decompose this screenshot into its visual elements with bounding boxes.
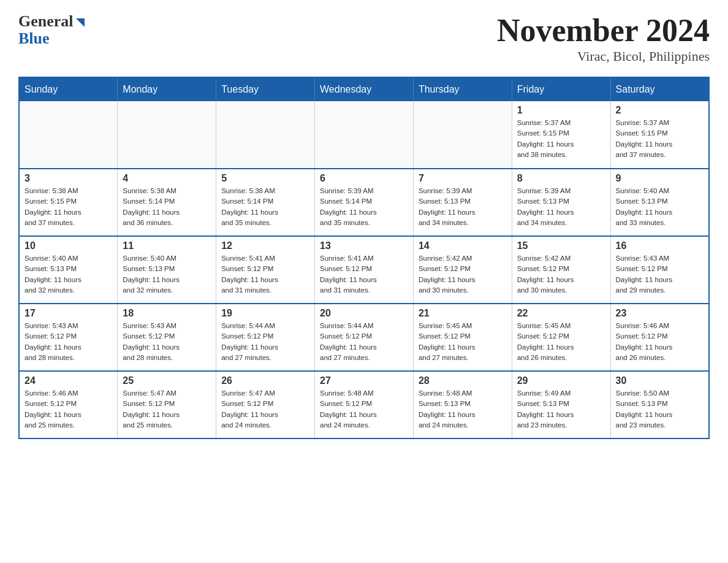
day-number: 9	[616, 173, 703, 184]
day-info: Sunrise: 5:42 AM Sunset: 5:12 PM Dayligh…	[517, 253, 605, 296]
day-number: 24	[25, 375, 112, 386]
day-number: 4	[123, 173, 211, 184]
month-title: November 2024	[497, 12, 710, 48]
day-number: 12	[221, 240, 309, 251]
day-info: Sunrise: 5:44 AM Sunset: 5:12 PM Dayligh…	[221, 321, 309, 363]
day-number: 2	[616, 105, 703, 116]
weekday-header-sunday: Sunday	[19, 77, 118, 101]
weekday-header-tuesday: Tuesday	[216, 77, 315, 101]
calendar-cell: 9Sunrise: 5:40 AM Sunset: 5:13 PM Daylig…	[610, 169, 709, 236]
day-number: 3	[25, 173, 112, 184]
calendar-header-row: SundayMondayTuesdayWednesdayThursdayFrid…	[19, 77, 709, 101]
calendar-cell	[118, 101, 216, 169]
calendar-cell: 2Sunrise: 5:37 AM Sunset: 5:15 PM Daylig…	[610, 101, 709, 169]
calendar-cell: 1Sunrise: 5:37 AM Sunset: 5:15 PM Daylig…	[512, 101, 610, 169]
calendar-cell: 12Sunrise: 5:41 AM Sunset: 5:12 PM Dayli…	[216, 236, 315, 304]
calendar-cell: 15Sunrise: 5:42 AM Sunset: 5:12 PM Dayli…	[512, 236, 610, 304]
week-row-2: 3Sunrise: 5:38 AM Sunset: 5:15 PM Daylig…	[19, 169, 709, 236]
week-row-5: 24Sunrise: 5:46 AM Sunset: 5:12 PM Dayli…	[19, 371, 709, 439]
day-info: Sunrise: 5:39 AM Sunset: 5:14 PM Dayligh…	[320, 186, 408, 228]
calendar-cell: 18Sunrise: 5:43 AM Sunset: 5:12 PM Dayli…	[118, 304, 216, 371]
day-info: Sunrise: 5:47 AM Sunset: 5:12 PM Dayligh…	[123, 388, 211, 431]
day-number: 26	[221, 375, 309, 386]
day-info: Sunrise: 5:37 AM Sunset: 5:15 PM Dayligh…	[517, 118, 605, 160]
day-number: 27	[320, 375, 408, 386]
calendar-table: SundayMondayTuesdayWednesdayThursdayFrid…	[18, 77, 710, 439]
day-number: 10	[25, 240, 112, 251]
day-number: 1	[517, 105, 605, 116]
day-info: Sunrise: 5:43 AM Sunset: 5:12 PM Dayligh…	[25, 321, 112, 363]
day-info: Sunrise: 5:40 AM Sunset: 5:13 PM Dayligh…	[616, 186, 703, 228]
day-info: Sunrise: 5:45 AM Sunset: 5:12 PM Dayligh…	[517, 321, 605, 363]
day-number: 17	[25, 308, 112, 319]
day-info: Sunrise: 5:39 AM Sunset: 5:13 PM Dayligh…	[419, 186, 507, 228]
day-number: 6	[320, 173, 408, 184]
day-number: 23	[616, 308, 703, 319]
weekday-header-wednesday: Wednesday	[315, 77, 414, 101]
calendar-cell: 23Sunrise: 5:46 AM Sunset: 5:12 PM Dayli…	[610, 304, 709, 371]
day-info: Sunrise: 5:45 AM Sunset: 5:12 PM Dayligh…	[419, 321, 507, 363]
day-number: 13	[320, 240, 408, 251]
calendar-cell: 26Sunrise: 5:47 AM Sunset: 5:12 PM Dayli…	[216, 371, 315, 439]
day-number: 18	[123, 308, 211, 319]
day-number: 25	[123, 375, 211, 386]
calendar-cell: 7Sunrise: 5:39 AM Sunset: 5:13 PM Daylig…	[413, 169, 512, 236]
day-info: Sunrise: 5:43 AM Sunset: 5:12 PM Dayligh…	[616, 253, 703, 296]
calendar-cell: 10Sunrise: 5:40 AM Sunset: 5:13 PM Dayli…	[19, 236, 118, 304]
calendar-cell: 25Sunrise: 5:47 AM Sunset: 5:12 PM Dayli…	[118, 371, 216, 439]
day-number: 20	[320, 308, 408, 319]
calendar-cell: 20Sunrise: 5:44 AM Sunset: 5:12 PM Dayli…	[315, 304, 414, 371]
day-info: Sunrise: 5:37 AM Sunset: 5:15 PM Dayligh…	[616, 118, 703, 160]
day-number: 15	[517, 240, 605, 251]
calendar-cell: 14Sunrise: 5:42 AM Sunset: 5:12 PM Dayli…	[413, 236, 512, 304]
calendar-cell: 24Sunrise: 5:46 AM Sunset: 5:12 PM Dayli…	[19, 371, 118, 439]
location-title: Virac, Bicol, Philippines	[497, 48, 710, 64]
logo-general-text: General	[18, 12, 74, 31]
calendar-cell: 8Sunrise: 5:39 AM Sunset: 5:13 PM Daylig…	[512, 169, 610, 236]
day-info: Sunrise: 5:38 AM Sunset: 5:15 PM Dayligh…	[25, 186, 112, 228]
calendar-cell: 13Sunrise: 5:41 AM Sunset: 5:12 PM Dayli…	[315, 236, 414, 304]
day-info: Sunrise: 5:43 AM Sunset: 5:12 PM Dayligh…	[123, 321, 211, 363]
day-info: Sunrise: 5:46 AM Sunset: 5:12 PM Dayligh…	[25, 388, 112, 431]
day-info: Sunrise: 5:44 AM Sunset: 5:12 PM Dayligh…	[320, 321, 408, 363]
day-number: 19	[221, 308, 309, 319]
day-info: Sunrise: 5:38 AM Sunset: 5:14 PM Dayligh…	[221, 186, 309, 228]
day-number: 29	[517, 375, 605, 386]
title-section: November 2024 Virac, Bicol, Philippines	[497, 12, 710, 64]
weekday-header-thursday: Thursday	[413, 77, 512, 101]
day-number: 14	[419, 240, 507, 251]
day-info: Sunrise: 5:48 AM Sunset: 5:12 PM Dayligh…	[320, 388, 408, 431]
weekday-header-monday: Monday	[118, 77, 216, 101]
calendar-cell: 16Sunrise: 5:43 AM Sunset: 5:12 PM Dayli…	[610, 236, 709, 304]
day-number: 5	[221, 173, 309, 184]
day-number: 22	[517, 308, 605, 319]
week-row-4: 17Sunrise: 5:43 AM Sunset: 5:12 PM Dayli…	[19, 304, 709, 371]
day-number: 28	[419, 375, 507, 386]
calendar-cell: 22Sunrise: 5:45 AM Sunset: 5:12 PM Dayli…	[512, 304, 610, 371]
calendar-cell: 21Sunrise: 5:45 AM Sunset: 5:12 PM Dayli…	[413, 304, 512, 371]
day-number: 11	[123, 240, 211, 251]
day-info: Sunrise: 5:47 AM Sunset: 5:12 PM Dayligh…	[221, 388, 309, 431]
calendar-cell: 29Sunrise: 5:49 AM Sunset: 5:13 PM Dayli…	[512, 371, 610, 439]
logo-arrow-icon	[76, 18, 85, 27]
day-number: 16	[616, 240, 703, 251]
day-number: 7	[419, 173, 507, 184]
calendar-cell: 27Sunrise: 5:48 AM Sunset: 5:12 PM Dayli…	[315, 371, 414, 439]
calendar-cell	[315, 101, 414, 169]
logo: General Blue	[18, 12, 85, 48]
day-info: Sunrise: 5:40 AM Sunset: 5:13 PM Dayligh…	[25, 253, 112, 296]
calendar-cell	[413, 101, 512, 169]
weekday-header-friday: Friday	[512, 77, 610, 101]
day-info: Sunrise: 5:39 AM Sunset: 5:13 PM Dayligh…	[517, 186, 605, 228]
calendar-cell: 19Sunrise: 5:44 AM Sunset: 5:12 PM Dayli…	[216, 304, 315, 371]
calendar-cell: 4Sunrise: 5:38 AM Sunset: 5:14 PM Daylig…	[118, 169, 216, 236]
calendar-cell	[216, 101, 315, 169]
day-number: 8	[517, 173, 605, 184]
calendar-cell: 17Sunrise: 5:43 AM Sunset: 5:12 PM Dayli…	[19, 304, 118, 371]
day-info: Sunrise: 5:38 AM Sunset: 5:14 PM Dayligh…	[123, 186, 211, 228]
day-info: Sunrise: 5:41 AM Sunset: 5:12 PM Dayligh…	[320, 253, 408, 296]
day-info: Sunrise: 5:48 AM Sunset: 5:13 PM Dayligh…	[419, 388, 507, 431]
day-number: 30	[616, 375, 703, 386]
weekday-header-saturday: Saturday	[610, 77, 709, 101]
week-row-1: 1Sunrise: 5:37 AM Sunset: 5:15 PM Daylig…	[19, 101, 709, 169]
